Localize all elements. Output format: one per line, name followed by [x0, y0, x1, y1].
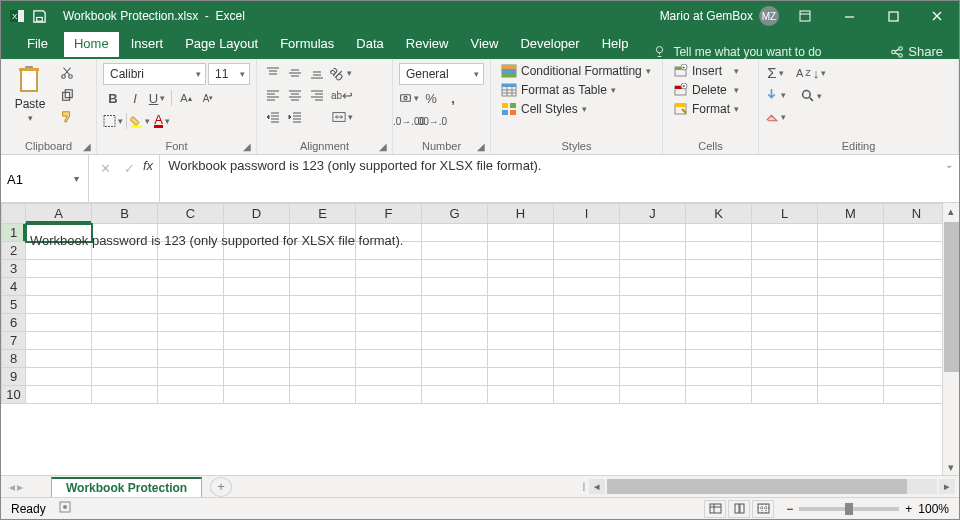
- tell-me-search[interactable]: Tell me what you want to do: [640, 44, 888, 59]
- col-header[interactable]: A: [26, 204, 92, 224]
- row-header[interactable]: 10: [2, 386, 26, 404]
- indent-increase-icon[interactable]: [285, 107, 305, 127]
- align-center-icon[interactable]: [285, 85, 305, 105]
- minimize-button[interactable]: [827, 1, 871, 31]
- view-page-layout-icon[interactable]: [728, 500, 750, 518]
- paste-button[interactable]: Paste ▾: [7, 63, 53, 123]
- shrink-font-icon[interactable]: A▾: [198, 88, 218, 108]
- vertical-scrollbar[interactable]: ▴ ▾: [942, 203, 959, 475]
- accounting-format-icon[interactable]: ▾: [399, 88, 419, 108]
- maximize-button[interactable]: [871, 1, 915, 31]
- sheet-nav-next[interactable]: ▸: [17, 480, 23, 494]
- row-header[interactable]: 8: [2, 350, 26, 368]
- col-header[interactable]: C: [158, 204, 224, 224]
- orientation-icon[interactable]: ab▾: [331, 63, 351, 83]
- insert-function-icon[interactable]: fx: [143, 158, 153, 173]
- cancel-formula-icon[interactable]: ✕: [95, 158, 115, 178]
- alignment-dialog-launcher[interactable]: ◢: [378, 141, 388, 151]
- tab-formulas[interactable]: Formulas: [270, 32, 344, 59]
- font-name-dropdown[interactable]: Calibri▾: [103, 63, 206, 85]
- select-all-corner[interactable]: [2, 204, 26, 224]
- col-header[interactable]: J: [620, 204, 686, 224]
- col-header[interactable]: K: [686, 204, 752, 224]
- view-page-break-icon[interactable]: [752, 500, 774, 518]
- expand-formula-bar-icon[interactable]: ⌄: [945, 159, 953, 170]
- col-header[interactable]: M: [818, 204, 884, 224]
- fill-color-button[interactable]: ▾: [130, 111, 150, 131]
- zoom-control[interactable]: − + 100%: [786, 502, 949, 516]
- align-left-icon[interactable]: [263, 85, 283, 105]
- cell-styles-button[interactable]: Cell Styles▾: [497, 101, 655, 117]
- formula-input[interactable]: Workbook password is 123 (only supported…: [160, 155, 959, 202]
- delete-cells-button[interactable]: ×Delete▾: [669, 82, 743, 98]
- cut-icon[interactable]: [57, 63, 77, 83]
- format-cells-button[interactable]: Format▾: [669, 101, 743, 117]
- merge-button[interactable]: ▾: [331, 107, 353, 127]
- copy-icon[interactable]: [57, 85, 77, 105]
- bold-button[interactable]: B: [103, 88, 123, 108]
- cell-a1[interactable]: Workbook password is 123 (only supported…: [26, 224, 92, 242]
- conditional-formatting-button[interactable]: Conditional Formatting▾: [497, 63, 655, 79]
- insert-cells-button[interactable]: +Insert▾: [669, 63, 743, 79]
- autosum-button[interactable]: Σ▾: [765, 63, 786, 82]
- sort-filter-button[interactable]: AZ↓▾: [796, 63, 826, 83]
- col-header[interactable]: G: [422, 204, 488, 224]
- align-right-icon[interactable]: [307, 85, 327, 105]
- col-header[interactable]: B: [92, 204, 158, 224]
- underline-button[interactable]: U▾: [147, 88, 167, 108]
- tab-view[interactable]: View: [460, 32, 508, 59]
- name-box-input[interactable]: [1, 169, 67, 191]
- col-header[interactable]: D: [224, 204, 290, 224]
- tab-help[interactable]: Help: [592, 32, 639, 59]
- percent-icon[interactable]: %: [421, 88, 441, 108]
- row-header[interactable]: 4: [2, 278, 26, 296]
- worksheet-grid[interactable]: A B C D E F G H I J K L M N 1 Workbook p…: [1, 203, 959, 475]
- number-dialog-launcher[interactable]: ◢: [476, 141, 486, 151]
- tab-insert[interactable]: Insert: [121, 32, 174, 59]
- wrap-text-icon[interactable]: ab↩: [331, 85, 353, 105]
- view-normal-icon[interactable]: [704, 500, 726, 518]
- clipboard-dialog-launcher[interactable]: ◢: [82, 141, 92, 151]
- share-button[interactable]: Share: [890, 44, 943, 59]
- tab-page-layout[interactable]: Page Layout: [175, 32, 268, 59]
- close-button[interactable]: [915, 1, 959, 31]
- font-size-dropdown[interactable]: 11▾: [208, 63, 250, 85]
- borders-button[interactable]: ▾: [103, 111, 123, 131]
- format-as-table-button[interactable]: Format as Table▾: [497, 82, 655, 98]
- col-header[interactable]: H: [488, 204, 554, 224]
- tab-review[interactable]: Review: [396, 32, 459, 59]
- col-header[interactable]: I: [554, 204, 620, 224]
- align-middle-icon[interactable]: [285, 63, 305, 83]
- sheet-tab[interactable]: Workbook Protection: [51, 477, 202, 497]
- align-top-icon[interactable]: [263, 63, 283, 83]
- comma-icon[interactable]: ,: [443, 88, 463, 108]
- row-header[interactable]: 6: [2, 314, 26, 332]
- col-header[interactable]: L: [752, 204, 818, 224]
- row-header[interactable]: 2: [2, 242, 26, 260]
- decrease-decimal-icon[interactable]: .00→.0: [421, 111, 441, 131]
- zoom-out-button[interactable]: −: [786, 502, 793, 516]
- macro-record-icon[interactable]: [58, 500, 72, 517]
- user-account[interactable]: Mario at GemBox MZ: [660, 6, 783, 26]
- horizontal-scrollbar[interactable]: [607, 479, 937, 494]
- new-sheet-button[interactable]: +: [210, 477, 232, 497]
- enter-formula-icon[interactable]: ✓: [119, 158, 139, 178]
- format-painter-icon[interactable]: [57, 107, 77, 127]
- row-header[interactable]: 1: [2, 224, 26, 242]
- zoom-in-button[interactable]: +: [905, 502, 912, 516]
- col-header[interactable]: F: [356, 204, 422, 224]
- col-header[interactable]: N: [884, 204, 950, 224]
- row-header[interactable]: 5: [2, 296, 26, 314]
- fill-button[interactable]: ▾: [765, 85, 786, 104]
- tab-data[interactable]: Data: [346, 32, 393, 59]
- col-header[interactable]: E: [290, 204, 356, 224]
- font-color-button[interactable]: A▾: [152, 111, 172, 131]
- zoom-slider[interactable]: [799, 507, 899, 511]
- tab-developer[interactable]: Developer: [510, 32, 589, 59]
- tab-home[interactable]: Home: [64, 32, 119, 59]
- font-dialog-launcher[interactable]: ◢: [242, 141, 252, 151]
- hscroll-right[interactable]: ▸: [939, 479, 955, 494]
- number-format-dropdown[interactable]: General▾: [399, 63, 484, 85]
- row-header[interactable]: 7: [2, 332, 26, 350]
- italic-button[interactable]: I: [125, 88, 145, 108]
